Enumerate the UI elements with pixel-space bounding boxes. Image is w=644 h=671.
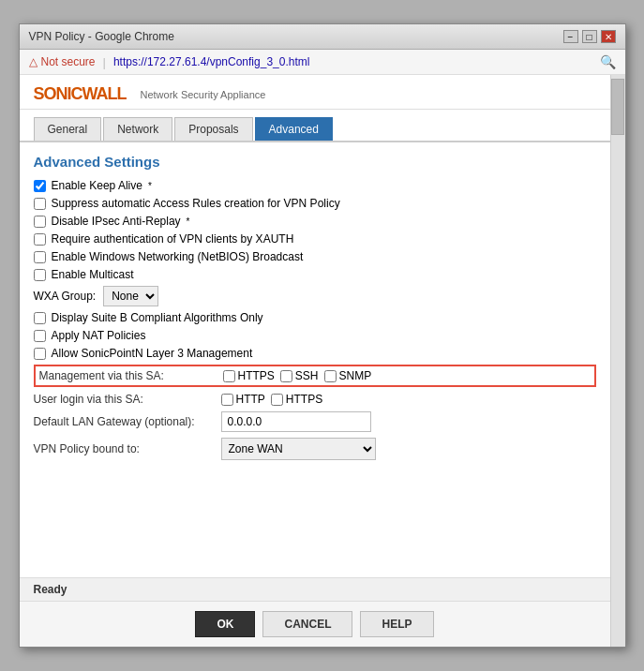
management-https-checkbox[interactable] xyxy=(223,370,235,382)
management-snmp-label: SNMP xyxy=(324,369,372,382)
maximize-button[interactable]: □ xyxy=(582,30,597,43)
user-login-label: User login via this SA: xyxy=(34,393,221,406)
ok-button[interactable]: OK xyxy=(195,611,255,637)
checkbox-suppress-rules: Suppress automatic Access Rules creation… xyxy=(34,197,596,210)
scrollbar[interactable] xyxy=(610,75,625,647)
url-bar[interactable]: https://172.27.61.4/vpnConfig_3_0.html xyxy=(113,55,592,68)
default-lan-row: Default LAN Gateway (optional): xyxy=(34,411,596,432)
scrollbar-thumb[interactable] xyxy=(611,79,624,135)
sonicpointn-checkbox[interactable] xyxy=(34,348,46,360)
management-sa-label: Management via this SA: xyxy=(39,369,223,382)
enable-multicast-checkbox[interactable] xyxy=(34,269,46,281)
disable-ipsec-checkbox[interactable] xyxy=(34,216,46,228)
management-ssh-label: SSH xyxy=(280,369,319,382)
suite-b-label: Display Suite B Compliant Algorithms Onl… xyxy=(52,311,263,324)
management-https-label: HTTPS xyxy=(223,369,275,382)
section-title: Advanced Settings xyxy=(34,154,596,170)
tab-proposals[interactable]: Proposals xyxy=(174,117,252,141)
checkbox-require-xauth: Require authentication of VPN clients by… xyxy=(34,232,596,246)
user-login-http-label: HTTP xyxy=(221,393,265,406)
require-xauth-checkbox[interactable] xyxy=(34,233,46,246)
disable-ipsec-label: Disable IPsec Anti-Replay xyxy=(52,215,181,228)
suite-b-checkbox[interactable] xyxy=(34,312,46,324)
main-window: VPN Policy - Google Chrome − □ ✕ △ Not s… xyxy=(19,23,626,648)
enable-netbios-label: Enable Windows Networking (NetBIOS) Broa… xyxy=(52,250,304,263)
cancel-button[interactable]: CANCEL xyxy=(262,611,352,637)
default-lan-value xyxy=(221,411,371,432)
user-login-https-checkbox[interactable] xyxy=(271,394,283,406)
sonicwall-logo: SONICWALL xyxy=(34,84,127,104)
default-lan-label: Default LAN Gateway (optional): xyxy=(34,415,221,428)
security-warning: △ Not secure xyxy=(29,55,96,68)
user-login-checkboxes: HTTP HTTPS xyxy=(221,393,323,406)
default-lan-input[interactable] xyxy=(221,411,371,432)
vpn-bound-value: Zone WAN xyxy=(221,438,376,460)
search-icon[interactable]: 🔍 xyxy=(600,54,616,69)
vpn-bound-row: VPN Policy bound to: Zone WAN xyxy=(34,438,596,460)
suppress-rules-checkbox[interactable] xyxy=(34,198,46,210)
management-ssh-checkbox[interactable] xyxy=(280,370,292,382)
status-bar: Ready xyxy=(20,577,610,601)
window-controls: − □ ✕ xyxy=(563,30,616,43)
user-login-http-checkbox[interactable] xyxy=(221,394,233,406)
tab-general[interactable]: General xyxy=(34,117,102,141)
enable-keep-alive-label: Enable Keep Alive xyxy=(52,179,142,192)
suppress-rules-label: Suppress automatic Access Rules creation… xyxy=(52,197,340,210)
enable-keep-alive-note: * xyxy=(148,181,152,191)
buttons-row: OK CANCEL HELP xyxy=(20,601,610,647)
main-content: SONICWALL Network Security Appliance Gen… xyxy=(20,75,610,647)
app-header: SONICWALL Network Security Appliance xyxy=(20,75,610,110)
tabs-bar: General Network Proposals Advanced xyxy=(20,110,610,142)
checkbox-enable-multicast: Enable Multicast xyxy=(34,268,596,281)
not-secure-label: Not secure xyxy=(41,55,96,68)
sonicpointn-label: Allow SonicPointN Layer 3 Management xyxy=(52,347,253,360)
management-sa-checkboxes: HTTPS SSH SNMP xyxy=(223,369,372,382)
warning-icon: △ xyxy=(29,55,37,68)
wxa-group-label: WXA Group: xyxy=(34,290,97,303)
management-snmp-checkbox[interactable] xyxy=(324,370,337,382)
help-button[interactable]: HELP xyxy=(360,611,433,637)
checkbox-suite-b: Display Suite B Compliant Algorithms Onl… xyxy=(34,311,596,324)
apply-nat-label: Apply NAT Policies xyxy=(52,329,146,342)
close-button[interactable]: ✕ xyxy=(601,30,616,43)
user-login-row: User login via this SA: HTTP HTTPS xyxy=(34,393,596,406)
checkbox-apply-nat: Apply NAT Policies xyxy=(34,329,596,342)
enable-netbios-checkbox[interactable] xyxy=(34,251,46,263)
wxa-group-select[interactable]: None xyxy=(103,286,158,306)
management-sa-row: Management via this SA: HTTPS SSH SNM xyxy=(34,365,596,387)
vpn-bound-select[interactable]: Zone WAN xyxy=(221,438,376,460)
checkbox-disable-ipsec: Disable IPsec Anti-Replay * xyxy=(34,215,596,228)
window-title: VPN Policy - Google Chrome xyxy=(29,30,174,43)
require-xauth-label: Require authentication of VPN clients by… xyxy=(52,232,294,246)
user-login-https-label: HTTPS xyxy=(271,393,322,406)
enable-keep-alive-checkbox[interactable] xyxy=(34,180,46,192)
vpn-bound-label: VPN Policy bound to: xyxy=(34,442,221,455)
enable-multicast-label: Enable Multicast xyxy=(52,268,134,281)
content-area: SONICWALL Network Security Appliance Gen… xyxy=(20,75,625,647)
titlebar: VPN Policy - Google Chrome − □ ✕ xyxy=(20,24,625,50)
form-area: Advanced Settings Enable Keep Alive * Su… xyxy=(20,142,610,577)
tab-advanced[interactable]: Advanced xyxy=(255,117,333,141)
addressbar: △ Not secure | https://172.27.61.4/vpnCo… xyxy=(20,50,625,75)
checkbox-sonicpointn: Allow SonicPointN Layer 3 Management xyxy=(34,347,596,360)
disable-ipsec-note: * xyxy=(187,216,190,227)
apply-nat-checkbox[interactable] xyxy=(34,330,46,342)
minimize-button[interactable]: − xyxy=(563,30,578,43)
appliance-label: Network Security Appliance xyxy=(141,89,266,100)
tab-network[interactable]: Network xyxy=(103,117,172,141)
checkbox-enable-keep-alive: Enable Keep Alive * xyxy=(34,179,596,192)
status-text: Ready xyxy=(34,583,67,596)
url-link[interactable]: https://172.27.61.4/vpnConfig_3_0.html xyxy=(113,55,309,68)
wxa-group-row: WXA Group: None xyxy=(34,286,596,306)
checkbox-enable-netbios: Enable Windows Networking (NetBIOS) Broa… xyxy=(34,250,596,263)
